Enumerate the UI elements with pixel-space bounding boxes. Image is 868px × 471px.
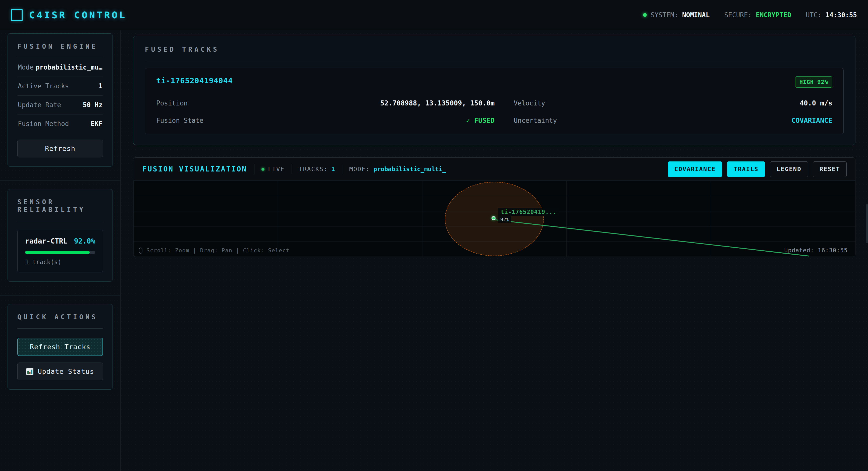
refresh-tracks-button[interactable]: Refresh Tracks xyxy=(17,338,103,356)
stat-value: COVARIANCE xyxy=(792,117,832,124)
sidebar-section-divider xyxy=(0,295,120,295)
fusion-engine-row-active-tracks: Active Tracks 1 xyxy=(17,77,103,96)
sensor-reliability-panel: SENSOR RELIABILITY radar-CTRL 92.0% 1 tr… xyxy=(7,189,113,282)
row-value: 50 Hz xyxy=(83,101,102,109)
secure-status-value: ENCRYPTED xyxy=(756,11,791,19)
stat-value: ✓ FUSED xyxy=(466,117,495,124)
legend-toggle-button[interactable]: LEGEND xyxy=(770,161,808,177)
fused-tracks-panel: FUSED TRACKS ti-1765204194044 HIGH 92% P… xyxy=(133,36,856,145)
divider xyxy=(145,61,844,61)
app-logo-icon xyxy=(11,9,23,21)
sensor-card: radar-CTRL 92.0% 1 track(s) xyxy=(17,230,103,273)
chart-hint-text: Scroll: Zoom | Drag: Pan | Click: Select xyxy=(147,247,289,254)
divider xyxy=(17,221,103,221)
live-label: LIVE xyxy=(268,166,285,173)
visualization-toolbar: COVARIANCE TRAILS LEGEND RESET xyxy=(668,161,847,177)
quick-actions-title: QUICK ACTIONS xyxy=(17,313,103,321)
track-id: ti-1765204194044 xyxy=(156,76,233,85)
mode-label: MODE: xyxy=(349,166,370,173)
divider xyxy=(291,164,292,175)
visualization-title: FUSION VISUALIZATION xyxy=(143,165,247,173)
fused-tracks-title: FUSED TRACKS xyxy=(145,46,844,53)
trails-toggle-button[interactable]: TRAILS xyxy=(727,161,765,177)
confidence-badge: HIGH 92% xyxy=(795,76,832,88)
live-dot-icon xyxy=(261,168,265,171)
fusion-engine-row-mode: Mode probabilistic_mu… xyxy=(17,58,103,77)
sidebar-section-divider xyxy=(0,180,120,181)
utc-value: 14:30:55 xyxy=(826,11,857,19)
stat-fusion-state: Fusion State ✓ FUSED xyxy=(156,117,495,124)
divider xyxy=(254,164,254,175)
sidebar: FUSION ENGINE Mode probabilistic_mu… Act… xyxy=(0,30,121,471)
mouse-icon xyxy=(139,248,143,254)
system-status-dot-icon xyxy=(643,13,647,17)
sensor-reliability-title: SENSOR RELIABILITY xyxy=(17,198,103,213)
system-status-value: NOMINAL xyxy=(682,11,710,19)
quick-actions-panel: QUICK ACTIONS Refresh Tracks Update Stat… xyxy=(7,304,113,390)
row-value: probabilistic_mu… xyxy=(36,64,102,71)
track-stats-grid: Position 52.708988, 13.135009, 150.0m Ve… xyxy=(156,99,832,124)
stat-label: Velocity xyxy=(514,99,545,107)
tracks-value: 1 xyxy=(331,166,335,173)
chart-controls-hint: Scroll: Zoom | Drag: Pan | Click: Select xyxy=(139,247,289,254)
sensor-row: radar-CTRL 92.0% xyxy=(25,237,95,245)
track-tooltip: ti-176520419... 92% xyxy=(498,208,559,223)
fusion-map-canvas[interactable]: ti-176520419... 92% Scroll: Zoom | Drag:… xyxy=(133,181,855,257)
stat-label: Fusion State xyxy=(156,117,204,124)
visualization-header: FUSION VISUALIZATION LIVE TRACKS: 1 MODE… xyxy=(133,158,855,181)
row-value: EKF xyxy=(91,120,102,128)
tracks-counter: TRACKS: 1 xyxy=(299,166,335,173)
track-card[interactable]: ti-1765204194044 HIGH 92% Position 52.70… xyxy=(145,68,844,134)
track-card-header: ti-1765204194044 HIGH 92% xyxy=(156,76,832,88)
utc-label: UTC: xyxy=(806,11,822,19)
fusion-engine-row-fusion-method: Fusion Method EKF xyxy=(17,115,103,133)
refresh-button[interactable]: Refresh xyxy=(17,139,103,157)
stat-velocity: Velocity 40.0 m/s xyxy=(514,99,832,107)
system-status: SYSTEM: NOMINAL xyxy=(643,11,710,19)
tracks-label: TRACKS: xyxy=(299,166,328,173)
sensor-tracks-note: 1 track(s) xyxy=(25,259,95,265)
stat-value: 40.0 m/s xyxy=(800,99,832,107)
app-title: C4ISR CONTROL xyxy=(29,9,127,21)
secure-status: SECURE: ENCRYPTED xyxy=(724,11,791,19)
row-label: Mode xyxy=(18,64,34,71)
page-scrollbar-thumb[interactable] xyxy=(866,204,868,243)
reset-view-button[interactable]: RESET xyxy=(813,161,847,177)
reliability-progressbar xyxy=(25,251,95,254)
live-indicator: LIVE xyxy=(261,166,285,173)
stat-value: 52.708988, 13.135009, 150.0m xyxy=(380,99,495,107)
update-status-label: Update Status xyxy=(38,368,94,375)
header-status-bar: SYSTEM: NOMINAL SECURE: ENCRYPTED UTC: 1… xyxy=(643,11,857,19)
divider xyxy=(342,164,342,175)
utc-clock: UTC: 14:30:55 xyxy=(806,11,857,19)
refresh-tracks-label: Refresh Tracks xyxy=(30,343,91,351)
stat-position: Position 52.708988, 13.135009, 150.0m xyxy=(156,99,495,107)
row-label: Active Tracks xyxy=(18,82,69,90)
mode-indicator: MODE: probabilistic_multi_ xyxy=(349,166,446,173)
sensor-reliability-percent: 92.0% xyxy=(74,237,95,245)
track-tooltip-confidence: 92% xyxy=(498,216,511,223)
stat-label: Position xyxy=(156,99,188,107)
row-value: 1 xyxy=(98,82,102,90)
fusion-engine-title: FUSION ENGINE xyxy=(17,43,103,50)
secure-status-label: SECURE: xyxy=(724,11,752,19)
track-marker[interactable] xyxy=(492,216,496,220)
covariance-toggle-button[interactable]: COVARIANCE xyxy=(668,161,722,177)
fusion-visualization-panel: FUSION VISUALIZATION LIVE TRACKS: 1 MODE… xyxy=(133,157,856,257)
track-tooltip-id: ti-176520419... xyxy=(498,208,559,216)
system-status-label: SYSTEM: xyxy=(651,11,678,19)
row-label: Update Rate xyxy=(18,101,61,109)
stat-label: Uncertainty xyxy=(514,117,557,124)
reliability-progress-fill xyxy=(25,251,90,254)
c4isr-dashboard: C4ISR CONTROL SYSTEM: NOMINAL SECURE: EN… xyxy=(0,0,868,471)
top-header: C4ISR CONTROL SYSTEM: NOMINAL SECURE: EN… xyxy=(0,0,868,30)
fusion-engine-panel: FUSION ENGINE Mode probabilistic_mu… Act… xyxy=(7,33,113,167)
fusion-engine-row-update-rate: Update Rate 50 Hz xyxy=(17,96,103,115)
chart-updated-timestamp: Updated: 16:30:55 xyxy=(784,247,848,254)
update-status-button[interactable]: Update Status xyxy=(17,363,103,380)
row-label: Fusion Method xyxy=(18,120,69,128)
main-content: FUSED TRACKS ti-1765204194044 HIGH 92% P… xyxy=(121,30,868,257)
stat-uncertainty: Uncertainty COVARIANCE xyxy=(514,117,832,124)
bar-chart-icon xyxy=(26,368,34,375)
sensor-name: radar-CTRL xyxy=(25,237,68,245)
